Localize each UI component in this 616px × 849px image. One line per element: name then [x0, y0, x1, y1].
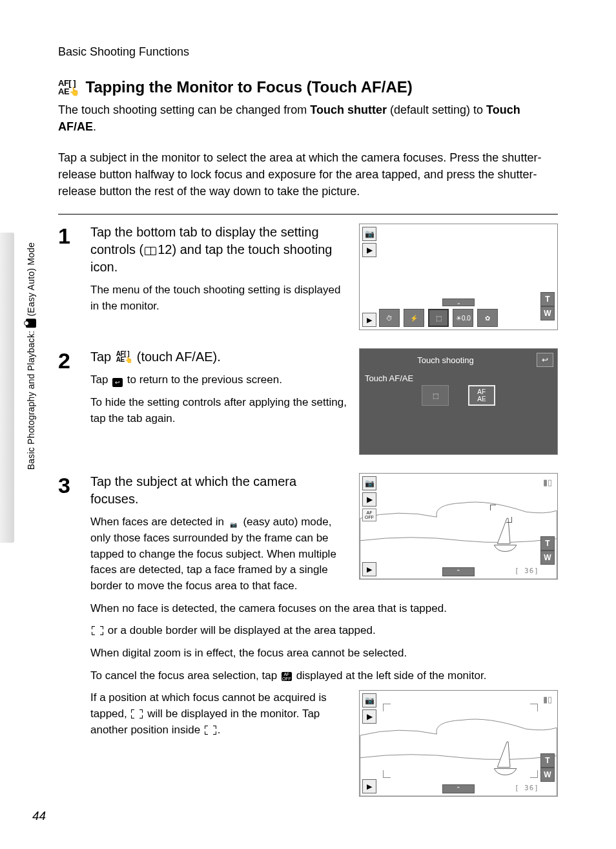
expand-tab-icon: ▶	[362, 779, 376, 793]
step-3: 3 Tap the subject at which the camera fo…	[58, 473, 558, 797]
page-number: 44	[32, 809, 46, 823]
flash-mode-icon: ⚡	[404, 309, 424, 327]
step-number: 1	[58, 224, 77, 330]
step-number: 2	[58, 348, 77, 455]
touch-shooting-label: Touch shooting	[360, 355, 531, 365]
frame-counter: [ 36]	[515, 784, 539, 792]
macro-mode-icon: ✿	[477, 309, 498, 327]
screenshot-4: 📷 ▶ ▮▯ ▶ ⌃ T W [ 36]	[359, 690, 558, 797]
back-icon: ↩	[112, 378, 123, 387]
zoom-in-icon: T	[540, 536, 555, 550]
landscape-illustration	[360, 474, 557, 579]
drawer-handle-icon: ⌃	[442, 784, 475, 793]
intro-paragraph-1: The touch shooting setting can be change…	[58, 101, 558, 135]
self-timer-icon: ⏱	[379, 309, 400, 327]
touch-afae-label: Touch AF/AE	[365, 373, 413, 383]
focus-fail-icon	[131, 709, 143, 718]
page-title: Tapping the Monitor to Focus (Touch AF/A…	[86, 78, 413, 96]
exposure-comp-icon: ☀0.0	[453, 309, 473, 327]
camera-mode-icon: 📷	[362, 227, 376, 241]
focus-fail-corner-icon	[383, 770, 391, 778]
af-off-icon: AFOFF	[282, 672, 292, 681]
divider	[58, 214, 558, 215]
step-2-heading: Tap AF[ ]AE👆 (touch AF/AE).	[90, 348, 347, 366]
camera-mode-icon: 📷	[362, 693, 376, 708]
section-header: Basic Shooting Functions	[58, 45, 558, 59]
step-2-desc-2: To hide the setting controls after apply…	[90, 395, 347, 426]
battery-icon: ▮▯	[543, 695, 552, 704]
touch-afae-option-icon: AFAE	[468, 385, 495, 406]
zoom-out-icon: W	[540, 768, 555, 782]
step-3-desc-4: When digital zoom is in effect, the focu…	[90, 645, 558, 662]
playback-mode-icon: ▶	[362, 492, 376, 507]
touch-shooting-icon: ⬚	[428, 309, 449, 327]
focus-fail-corner-icon	[530, 770, 538, 778]
expand-tab-icon: ▶	[362, 313, 376, 327]
touch-afae-icon: AF[ ]AE👆	[116, 351, 132, 362]
camera-mode-icon: 📷	[362, 476, 376, 490]
drawer-handle-icon: ⌃	[442, 567, 475, 576]
frame-counter: [ 36]	[515, 567, 539, 575]
step-3-desc-1: When faces are detected in 📷 (easy auto)…	[90, 514, 347, 594]
af-off-icon: AFOFF	[362, 508, 376, 521]
playback-mode-icon: ▶	[362, 243, 376, 257]
step-3-heading: Tap the subject at which the camera focu…	[90, 473, 347, 508]
back-icon: ↩	[537, 353, 553, 367]
zoom-in-icon: T	[540, 292, 555, 306]
step-3-desc-3: or a double border will be displayed at …	[90, 623, 558, 639]
expand-tab-icon: ▶	[362, 562, 376, 576]
touch-shutter-option-icon: ⬚	[422, 385, 449, 406]
step-3-desc-6: If a position at which focus cannot be a…	[90, 690, 347, 738]
focus-fail-corner-icon	[530, 704, 538, 711]
focus-area-icon	[92, 626, 103, 635]
step-1-heading: Tap the bottom tab to display the settin…	[90, 224, 347, 276]
touch-afae-icon: AF[ ]AE👆	[58, 79, 79, 96]
zoom-out-icon: W	[540, 306, 555, 320]
step-2: 2 Tap AF[ ]AE👆 (touch AF/AE). Tap ↩ to r…	[58, 348, 558, 455]
zoom-out-icon: W	[540, 550, 555, 565]
screenshot-1: 📷 ▶ ▶ ⌄ ⏱ ⚡ ⬚ ☀0.0 ✿ T W	[359, 224, 558, 330]
step-2-desc-1: Tap ↩ to return to the previous screen.	[90, 372, 347, 388]
step-1: 1 Tap the bottom tab to display the sett…	[58, 224, 558, 330]
zoom-in-icon: T	[540, 753, 555, 768]
screenshot-3: 📷 ▶ AFOFF ▮▯ ▶ ⌃ T W [ 36]	[359, 473, 558, 580]
easy-auto-icon: 📷	[229, 520, 239, 529]
battery-icon: ▮▯	[543, 477, 552, 487]
playback-mode-icon: ▶	[362, 709, 376, 724]
step-1-desc: The menu of the touch shooting setting i…	[90, 282, 347, 314]
step-3-desc-2: When no face is detected, the camera foc…	[90, 601, 558, 617]
intro-paragraph-2: Tap a subject in the monitor to select t…	[58, 149, 558, 200]
screenshot-2: Touch shooting ↩ Touch AF/AE ⬚ AFAE	[359, 348, 558, 455]
drawer-handle-icon: ⌄	[442, 299, 475, 306]
step-number: 3	[58, 473, 77, 797]
focus-fail-icon	[205, 726, 216, 735]
step-3-desc-5: To cancel the focus area selection, tap …	[90, 668, 558, 684]
book-ref-icon	[145, 247, 156, 255]
focus-target-icon	[490, 505, 512, 523]
focus-fail-corner-icon	[383, 704, 391, 711]
